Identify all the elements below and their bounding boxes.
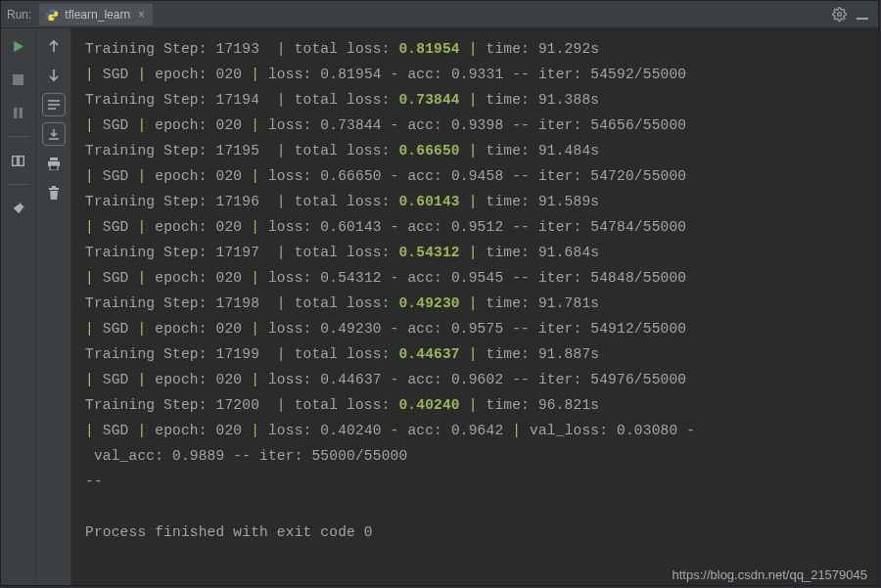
minimize-icon[interactable] <box>853 5 872 24</box>
run-tab[interactable]: tflearn_learn × <box>39 4 153 25</box>
svg-rect-1 <box>857 18 868 20</box>
svg-rect-10 <box>49 188 59 190</box>
gear-icon[interactable] <box>829 5 849 24</box>
svg-rect-2 <box>13 74 23 85</box>
console-output[interactable]: Training Step: 17193 | total loss: 0.819… <box>71 28 878 585</box>
gutter-separator <box>8 136 29 137</box>
stop-icon[interactable] <box>7 68 30 91</box>
layout-icon[interactable] <box>7 149 30 172</box>
run-second-gutter <box>36 28 71 585</box>
run-topbar: Run: tflearn_learn × <box>1 1 878 28</box>
pin-icon[interactable] <box>7 197 30 220</box>
svg-rect-11 <box>52 186 56 188</box>
run-tool-window: Run: tflearn_learn × <box>0 0 879 586</box>
print-icon[interactable] <box>42 152 66 175</box>
svg-rect-3 <box>14 108 17 118</box>
trash-icon[interactable] <box>42 181 66 204</box>
run-body: Training Step: 17193 | total loss: 0.819… <box>1 28 878 585</box>
gutter-separator <box>8 184 29 185</box>
close-icon[interactable]: × <box>138 8 145 22</box>
watermark-text: https://blog.csdn.net/qq_21579045 <box>672 567 868 582</box>
up-arrow-icon[interactable] <box>42 34 66 58</box>
svg-rect-9 <box>50 165 58 170</box>
svg-rect-4 <box>20 108 23 118</box>
run-label: Run: <box>7 8 31 22</box>
svg-rect-6 <box>19 156 23 165</box>
soft-wrap-icon[interactable] <box>42 93 66 116</box>
down-arrow-icon[interactable] <box>42 64 66 87</box>
scroll-to-end-icon[interactable] <box>42 122 66 146</box>
rerun-icon[interactable] <box>7 34 30 58</box>
svg-rect-7 <box>50 158 58 160</box>
run-tab-label: tflearn_learn <box>65 8 130 22</box>
svg-rect-5 <box>13 156 18 165</box>
python-file-icon <box>45 8 59 22</box>
run-left-gutter <box>1 28 36 585</box>
svg-point-0 <box>837 13 841 17</box>
pause-icon[interactable] <box>7 101 30 124</box>
